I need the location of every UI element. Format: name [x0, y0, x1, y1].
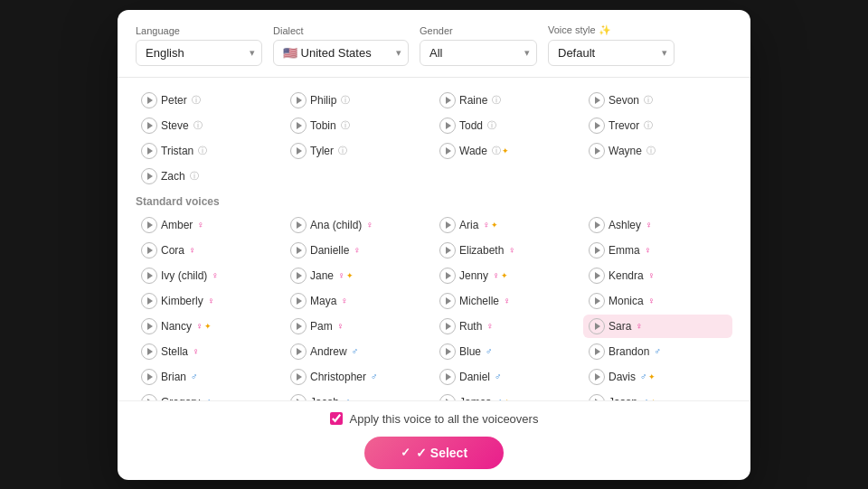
- voice-item[interactable]: Pam♀: [285, 315, 434, 338]
- play-voice-button[interactable]: [589, 242, 605, 259]
- play-voice-button[interactable]: [141, 217, 157, 233]
- voice-item[interactable]: Monica♀: [583, 289, 732, 313]
- dialect-select-wrapper[interactable]: 🇺🇸 United States: [273, 40, 409, 66]
- play-voice-button[interactable]: [589, 318, 605, 334]
- play-voice-button[interactable]: [141, 92, 157, 108]
- voice-item[interactable]: Elizabeth♀: [434, 239, 583, 262]
- play-voice-button[interactable]: [589, 394, 605, 400]
- voice-item[interactable]: Michelle♀: [434, 289, 583, 313]
- play-voice-button[interactable]: [290, 242, 307, 259]
- voice-item[interactable]: Jason♂✦: [583, 390, 732, 400]
- voice-item[interactable]: Raineⓘ: [434, 89, 583, 112]
- language-select[interactable]: English: [136, 40, 262, 66]
- voice-item[interactable]: Stella♀: [136, 340, 285, 363]
- play-voice-button[interactable]: [439, 318, 456, 334]
- voice-item[interactable]: Nancy♀✦: [136, 315, 285, 338]
- play-voice-button[interactable]: [290, 268, 307, 284]
- voicestyle-select[interactable]: Default: [548, 40, 675, 66]
- voice-item[interactable]: Jenny♀✦: [434, 264, 583, 287]
- voice-item[interactable]: Jacob♂: [285, 390, 434, 400]
- play-voice-button[interactable]: [290, 293, 307, 309]
- play-voice-button[interactable]: [141, 394, 157, 400]
- play-voice-button[interactable]: [439, 369, 456, 385]
- play-voice-button[interactable]: [589, 268, 605, 284]
- voice-item[interactable]: Cora♀: [136, 239, 285, 262]
- voice-item[interactable]: Amber♀: [136, 213, 285, 237]
- play-voice-button[interactable]: [141, 343, 157, 360]
- play-voice-button[interactable]: [439, 217, 456, 233]
- apply-to-all-checkbox[interactable]: [330, 412, 343, 425]
- voice-item[interactable]: Tobinⓘ: [285, 114, 434, 137]
- voice-item[interactable]: Jane♀✦: [285, 264, 434, 287]
- voice-item[interactable]: Kimberly♀: [136, 289, 285, 313]
- play-voice-button[interactable]: [141, 369, 157, 385]
- voice-item[interactable]: Blue♂: [434, 340, 583, 363]
- play-voice-button[interactable]: [439, 394, 456, 400]
- play-voice-button[interactable]: [141, 268, 157, 284]
- play-voice-button[interactable]: [290, 217, 307, 233]
- voice-item[interactable]: Trevorⓘ: [583, 114, 732, 137]
- play-voice-button[interactable]: [439, 242, 456, 259]
- play-voice-button[interactable]: [141, 293, 157, 309]
- voice-item[interactable]: Sevonⓘ: [583, 89, 732, 112]
- voice-item[interactable]: Tylerⓘ: [285, 139, 434, 163]
- voice-item[interactable]: Tristanⓘ: [136, 139, 285, 163]
- voice-item[interactable]: Wayneⓘ: [583, 139, 732, 163]
- voice-item[interactable]: James♂✦: [434, 390, 583, 400]
- voice-item[interactable]: Maya♀: [285, 289, 434, 313]
- play-voice-button[interactable]: [439, 293, 456, 309]
- voice-item[interactable]: Ivy (child)♀: [136, 264, 285, 287]
- gender-select[interactable]: All: [420, 40, 537, 66]
- voice-item[interactable]: Christopher♂: [285, 365, 434, 389]
- gender-select-wrapper[interactable]: All: [420, 40, 537, 66]
- play-voice-button[interactable]: [439, 143, 456, 159]
- select-button[interactable]: ✓ Select: [364, 437, 504, 469]
- voicestyle-select-wrapper[interactable]: Default: [548, 40, 675, 66]
- dialect-select[interactable]: 🇺🇸 United States: [273, 40, 409, 66]
- play-voice-button[interactable]: [439, 343, 456, 360]
- play-voice-button[interactable]: [439, 92, 456, 108]
- play-voice-button[interactable]: [141, 118, 157, 134]
- voice-item[interactable]: Emma♀: [583, 239, 732, 262]
- play-voice-button[interactable]: [589, 369, 605, 385]
- play-voice-button[interactable]: [589, 343, 605, 360]
- voice-item[interactable]: Danielle♀: [285, 239, 434, 262]
- play-voice-button[interactable]: [439, 118, 456, 134]
- play-voice-button[interactable]: [290, 343, 307, 360]
- play-voice-button[interactable]: [290, 318, 307, 334]
- play-voice-button[interactable]: [589, 92, 605, 108]
- voice-item[interactable]: Gregory♂: [136, 390, 285, 400]
- play-voice-button[interactable]: [141, 143, 157, 159]
- voice-item[interactable]: Toddⓘ: [434, 114, 583, 137]
- voice-item[interactable]: Brian♂: [136, 365, 285, 389]
- play-voice-button[interactable]: [290, 92, 307, 108]
- play-voice-button[interactable]: [141, 168, 157, 184]
- voice-item[interactable]: Zachⓘ: [136, 165, 285, 188]
- voice-item[interactable]: Ruth♀: [434, 315, 583, 338]
- voice-item[interactable]: Peterⓘ: [136, 89, 285, 112]
- play-voice-button[interactable]: [141, 242, 157, 259]
- voice-item[interactable]: Davis♂✦: [583, 365, 732, 389]
- voice-item[interactable]: Ashley♀: [583, 213, 732, 237]
- voice-item[interactable]: Philipⓘ: [285, 89, 434, 112]
- play-voice-button[interactable]: [141, 318, 157, 334]
- play-voice-button[interactable]: [290, 143, 307, 159]
- voice-item[interactable]: Brandon♂: [583, 340, 732, 363]
- voice-item[interactable]: Wadeⓘ✦: [434, 139, 583, 163]
- play-voice-button[interactable]: [290, 394, 307, 400]
- voice-item[interactable]: Kendra♀: [583, 264, 732, 287]
- voice-item[interactable]: Ana (child)♀: [285, 213, 434, 237]
- voice-item[interactable]: Sara♀: [583, 315, 732, 338]
- play-voice-button[interactable]: [589, 143, 605, 159]
- play-voice-button[interactable]: [589, 293, 605, 309]
- play-voice-button[interactable]: [589, 217, 605, 233]
- play-voice-button[interactable]: [589, 118, 605, 134]
- play-voice-button[interactable]: [290, 369, 307, 385]
- voice-item[interactable]: Aria♀✦: [434, 213, 583, 237]
- voice-item[interactable]: Andrew♂: [285, 340, 434, 363]
- voice-item[interactable]: Steveⓘ: [136, 114, 285, 137]
- language-select-wrapper[interactable]: English: [136, 40, 262, 66]
- play-voice-button[interactable]: [290, 118, 307, 134]
- voice-item[interactable]: Daniel♂: [434, 365, 583, 389]
- play-voice-button[interactable]: [439, 268, 456, 284]
